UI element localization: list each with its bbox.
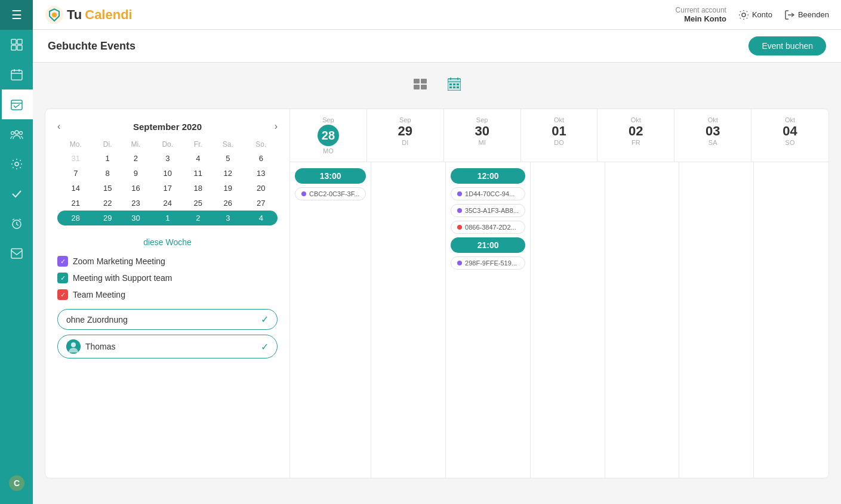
sidebar-icon-team[interactable] xyxy=(0,119,33,149)
col-header-okt01: Okt 01 DO xyxy=(521,109,598,162)
svg-rect-1 xyxy=(17,39,22,44)
sidebar-icon-mail[interactable] xyxy=(0,239,33,268)
svg-rect-2 xyxy=(11,45,16,50)
col-dow-sep28: MO xyxy=(295,147,362,154)
calendar-view-button[interactable] xyxy=(442,75,467,97)
svg-point-13 xyxy=(15,162,19,166)
cal-day[interactable]: 5 xyxy=(211,151,244,166)
cal-day[interactable]: 24 xyxy=(150,196,185,211)
time-block-1300[interactable]: 13:00 xyxy=(295,168,366,184)
logo-tu: Tu xyxy=(67,7,82,23)
cal-day[interactable]: 26 xyxy=(211,196,244,211)
list-item: ✓ Zoom Marketing Meeting xyxy=(57,256,278,267)
sidebar: ☰ xyxy=(0,0,33,504)
pill-dot-purple-3 xyxy=(457,208,462,213)
pill-id-1d44: 1D44-70CC-94... xyxy=(465,190,515,197)
cal-day[interactable]: 22 xyxy=(94,196,121,211)
svg-point-10 xyxy=(15,131,19,134)
cal-day[interactable]: 3 xyxy=(150,151,185,166)
cal-day[interactable]: 3 xyxy=(211,211,244,225)
cal-col-sep29 xyxy=(371,162,446,478)
event-pill-1d44[interactable]: 1D44-70CC-94... xyxy=(451,187,525,200)
col-header-okt02: Okt 02 FR xyxy=(597,109,674,162)
week-row-4[interactable]: 21 22 23 24 25 26 27 xyxy=(57,196,278,211)
event-checkbox-support[interactable]: ✓ xyxy=(57,273,68,283)
menu-button[interactable]: ☰ xyxy=(0,0,33,30)
cal-day[interactable]: 20 xyxy=(245,181,278,196)
cal-day[interactable]: 18 xyxy=(185,181,212,196)
week-row-1[interactable]: 31 1 2 3 4 5 6 xyxy=(57,151,278,166)
time-block-2100[interactable]: 21:00 xyxy=(451,237,525,253)
cal-day[interactable]: 8 xyxy=(94,166,121,181)
event-checkbox-zoom[interactable]: ✓ xyxy=(57,256,68,267)
sidebar-icon-booked[interactable] xyxy=(0,89,33,119)
cal-day[interactable]: 23 xyxy=(121,196,150,211)
sidebar-icon-logo-bottom[interactable]: C xyxy=(0,468,33,498)
cal-day[interactable]: 25 xyxy=(185,196,212,211)
svg-point-11 xyxy=(11,132,14,135)
cal-day[interactable]: 13 xyxy=(245,166,278,181)
svg-line-16 xyxy=(19,219,21,220)
cal-day[interactable]: 7 xyxy=(57,166,94,181)
cal-day[interactable]: 17 xyxy=(150,181,185,196)
cal-day[interactable]: 30 xyxy=(121,211,150,225)
week-row-2[interactable]: 7 8 9 10 11 12 13 xyxy=(57,166,278,181)
week-row-3[interactable]: 14 15 16 17 18 19 20 xyxy=(57,181,278,196)
cal-day[interactable]: 14 xyxy=(57,181,94,196)
cal-day[interactable]: 1 xyxy=(150,211,185,225)
cal-day[interactable]: 10 xyxy=(150,166,185,181)
sidebar-icon-grid[interactable] xyxy=(0,30,33,60)
svg-rect-27 xyxy=(421,85,427,89)
cal-day[interactable]: 9 xyxy=(121,166,150,181)
event-pill-0866[interactable]: 0866-3847-2D2... xyxy=(451,221,525,234)
event-buchen-button[interactable]: Event buchen xyxy=(748,36,826,55)
sidebar-icon-calendar[interactable] xyxy=(0,60,33,89)
weekday-sa: Sa. xyxy=(211,138,244,151)
cal-day[interactable]: 12 xyxy=(211,166,244,181)
col-header-sep30: Sep 30 MI xyxy=(444,109,521,162)
cal-day[interactable]: 2 xyxy=(121,151,150,166)
cal-day[interactable]: 4 xyxy=(185,151,212,166)
next-month-button[interactable]: › xyxy=(275,121,278,132)
cal-day[interactable]: 6 xyxy=(245,151,278,166)
cal-day[interactable]: 21 xyxy=(57,196,94,211)
cal-day[interactable]: 31 xyxy=(57,151,94,166)
cal-day[interactable]: 4 xyxy=(245,211,278,225)
cal-day[interactable]: 1 xyxy=(94,151,121,166)
event-pill-298f[interactable]: 298F-9FFE-519... xyxy=(451,256,525,270)
sidebar-icon-check[interactable] xyxy=(0,179,33,209)
konto-button[interactable]: Konto xyxy=(738,10,772,20)
time-block-1200[interactable]: 12:00 xyxy=(451,168,525,184)
col-daynum-okt01: 01 xyxy=(552,123,566,138)
cal-day[interactable]: 19 xyxy=(211,181,244,196)
filter-thomas[interactable]: Thomas ✓ xyxy=(57,335,278,358)
list-view-button[interactable] xyxy=(408,75,433,97)
cal-day[interactable]: 2 xyxy=(185,211,212,225)
svg-rect-24 xyxy=(414,79,420,84)
view-toggle xyxy=(45,75,829,97)
mini-calendar: ‹ September 2020 › Mo. Di. Mi. Do. Fr. xyxy=(57,121,278,225)
beenden-button[interactable]: Beenden xyxy=(784,10,829,20)
cal-col-okt02 xyxy=(605,162,680,478)
cal-day[interactable]: 29 xyxy=(94,211,121,225)
logo-svg xyxy=(45,5,64,24)
col-header-okt04: Okt 04 SO xyxy=(751,109,828,162)
cal-day[interactable]: 16 xyxy=(121,181,150,196)
cal-day[interactable]: 15 xyxy=(94,181,121,196)
sidebar-icon-alarm[interactable] xyxy=(0,209,33,239)
filter-ohne-zuordnung[interactable]: ohne Zuordnung ✓ xyxy=(57,309,278,330)
cal-day[interactable]: 27 xyxy=(245,196,278,211)
svg-rect-35 xyxy=(457,84,459,85)
week-row-5[interactable]: 28 29 30 1 2 3 4 xyxy=(57,211,278,225)
event-pill-cbc2[interactable]: CBC2-0C3F-3F... xyxy=(295,187,366,200)
svg-rect-26 xyxy=(414,85,420,89)
event-pill-35c3[interactable]: 35C3-A1F3-AB8... xyxy=(451,204,525,217)
event-checkbox-team[interactable]: ✓ xyxy=(57,289,68,300)
gear-icon xyxy=(738,10,749,20)
cal-day[interactable]: 11 xyxy=(185,166,212,181)
sidebar-icon-settings[interactable] xyxy=(0,149,33,179)
content-area: ‹ September 2020 › Mo. Di. Mi. Do. Fr. xyxy=(33,63,841,504)
pill-dot-purple-2 xyxy=(457,191,462,196)
prev-month-button[interactable]: ‹ xyxy=(57,121,60,132)
cal-day[interactable]: 28 xyxy=(57,211,94,225)
